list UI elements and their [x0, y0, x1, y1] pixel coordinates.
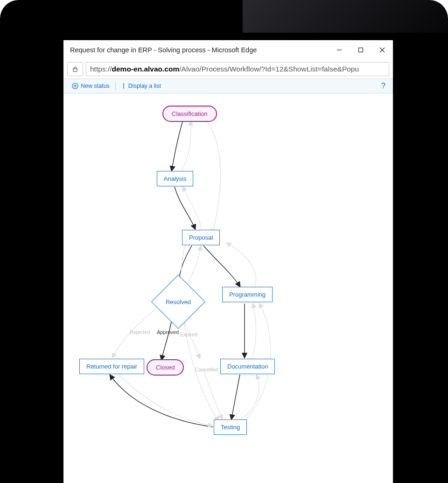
node-label: Analysis	[164, 175, 186, 182]
node-documentation[interactable]: Documentation	[220, 359, 275, 374]
node-label: Returned for repair	[86, 363, 137, 370]
url-host: demo-en.alvao.com	[112, 65, 180, 73]
node-label: Programming	[229, 291, 266, 298]
app-toolbar: New status Display a list ?	[63, 78, 393, 93]
node-label: Testing	[221, 424, 240, 431]
svg-point-9	[123, 85, 125, 87]
svg-point-10	[123, 87, 125, 89]
toolbar-separator	[115, 82, 116, 90]
svg-point-8	[123, 84, 125, 85]
node-closed[interactable]: Closed	[147, 359, 184, 376]
window-title: Request for change in ERP - Solving proc…	[70, 46, 257, 54]
url-proto: https://	[90, 65, 112, 73]
node-label: Documentation	[227, 363, 268, 370]
edge-label-rejected: Rejected	[129, 329, 151, 335]
new-status-label: New status	[81, 83, 110, 89]
device-frame: Request for change in ERP - Solving proc…	[0, 0, 448, 483]
list-toggle-icon	[121, 83, 126, 89]
node-label: Proposal	[189, 234, 213, 241]
url-input[interactable]: https://demo-en.alvao.com/Alvao/Process/…	[86, 62, 389, 76]
edge-label-cancelled: Cancelled	[194, 367, 219, 372]
browser-screen: Request for change in ERP - Solving proc…	[63, 40, 393, 483]
node-label: Closed	[156, 364, 175, 371]
close-button[interactable]	[371, 40, 393, 60]
device-glare	[243, 0, 448, 33]
node-classification[interactable]: Classification	[162, 106, 217, 122]
edge-label-expired: Expired	[179, 332, 198, 337]
node-proposal[interactable]: Proposal	[182, 230, 220, 245]
address-bar: https://demo-en.alvao.com/Alvao/Process/…	[63, 60, 393, 78]
help-icon: ?	[381, 82, 385, 90]
window-controls	[329, 40, 393, 60]
lock-icon	[72, 66, 78, 72]
new-status-button[interactable]: New status	[68, 83, 113, 89]
site-info-button[interactable]	[67, 62, 83, 76]
window-titlebar: Request for change in ERP - Solving proc…	[63, 40, 393, 60]
display-list-label: Display a list	[128, 83, 161, 89]
minimize-icon	[336, 47, 342, 53]
display-list-button[interactable]: Display a list	[118, 83, 165, 89]
minimize-button[interactable]	[329, 40, 350, 60]
plus-circle-icon	[72, 83, 78, 89]
maximize-button[interactable]	[350, 40, 371, 60]
maximize-icon	[358, 47, 364, 53]
node-programming[interactable]: Programming	[222, 287, 273, 302]
node-label: Classification	[172, 110, 208, 117]
node-analysis[interactable]: Analysis	[157, 171, 193, 186]
edge-label-approved: Approved	[156, 329, 180, 335]
node-testing[interactable]: Testing	[214, 419, 247, 435]
node-returned-for-repair[interactable]: Returned for repair	[79, 359, 144, 374]
svg-rect-4	[73, 69, 77, 71]
node-resolved[interactable]: Resolved	[159, 283, 197, 321]
node-label: Resolved	[166, 298, 191, 305]
svg-rect-1	[359, 48, 363, 52]
url-path: /Alvao/Process/Workflow/?Id=12&ShowList=…	[179, 65, 359, 73]
close-icon	[379, 47, 385, 53]
help-button[interactable]: ?	[378, 82, 388, 90]
workflow-canvas[interactable]: Classification Analysis Proposal Resolve…	[63, 93, 393, 483]
